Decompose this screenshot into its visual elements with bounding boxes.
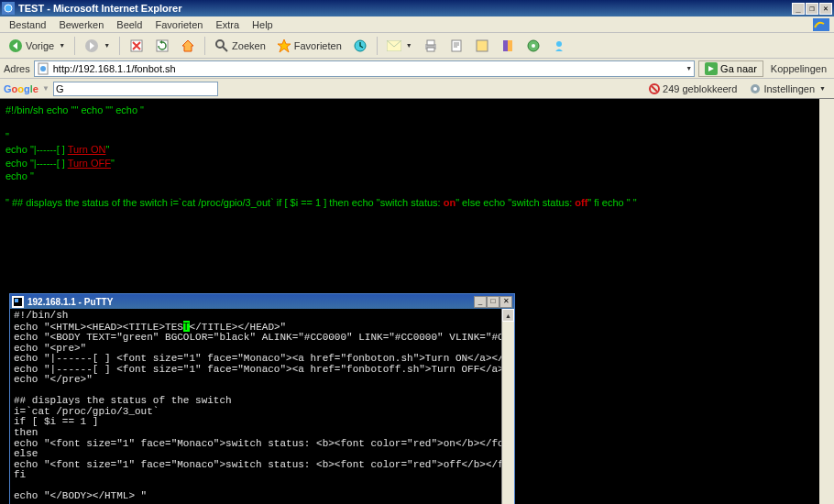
- restore-button[interactable]: ❐: [806, 3, 818, 15]
- menu-favorieten[interactable]: Favorieten: [149, 18, 208, 31]
- separator: [204, 37, 205, 55]
- blocked-icon: [649, 83, 660, 94]
- putty-maximize-button[interactable]: □: [487, 296, 499, 308]
- google-dropdown-icon[interactable]: ▼: [42, 84, 49, 93]
- google-search-input[interactable]: [53, 82, 218, 96]
- refresh-button[interactable]: [150, 36, 174, 56]
- separator: [377, 37, 378, 55]
- menu-beeld[interactable]: Beeld: [111, 18, 148, 31]
- edit-icon: [449, 38, 464, 53]
- edit-button[interactable]: [444, 36, 468, 56]
- url-input[interactable]: [49, 63, 684, 74]
- stop-button[interactable]: [125, 36, 148, 56]
- separator: [119, 37, 120, 55]
- forward-button[interactable]: ▼: [80, 36, 115, 56]
- page-pre-text: #!/bin/sh echo "" echo "" echo " " echo …: [0, 99, 819, 215]
- putty-title-text: 192.168.1.1 - PuTTY: [27, 297, 474, 307]
- google-logo[interactable]: Google: [4, 83, 38, 94]
- search-button[interactable]: Zoeken: [210, 36, 270, 56]
- svg-point-6: [216, 40, 224, 48]
- mail-icon: [387, 38, 401, 53]
- go-button[interactable]: Ga naar: [698, 60, 763, 77]
- forward-icon: [84, 38, 99, 53]
- svg-rect-10: [427, 40, 434, 45]
- links-button[interactable]: Koppelingen: [767, 63, 830, 74]
- url-field-container: ▼: [34, 60, 695, 77]
- svg-point-17: [532, 44, 535, 48]
- scroll-up-button[interactable]: ▲: [502, 309, 514, 322]
- favorites-button[interactable]: Favorieten: [272, 36, 346, 56]
- home-button[interactable]: [176, 36, 200, 56]
- svg-rect-15: [508, 40, 512, 51]
- back-button[interactable]: Vorige ▼: [4, 36, 70, 56]
- turn-off-link[interactable]: Turn OFF: [68, 158, 111, 169]
- page-icon: [37, 62, 49, 75]
- history-icon: [353, 38, 368, 53]
- svg-rect-12: [452, 40, 461, 51]
- svg-rect-11: [427, 48, 434, 51]
- messenger-icon: [552, 38, 566, 53]
- home-icon: [181, 38, 195, 53]
- putty-window: 192.168.1.1 - PuTTY _ □ ✕ #!/bin/sh echo…: [9, 293, 515, 504]
- svg-point-0: [5, 5, 12, 12]
- popup-blocked-button[interactable]: 249 geblokkeerd: [644, 83, 741, 94]
- search-icon: [214, 38, 229, 53]
- separator: [74, 37, 75, 55]
- putty-minimize-button[interactable]: _: [474, 296, 487, 308]
- window-title: TEST - Microsoft Internet Explorer: [18, 3, 792, 14]
- mail-button[interactable]: ▼: [382, 36, 417, 56]
- star-icon: [277, 38, 291, 53]
- google-settings-button[interactable]: Instellingen ▼: [745, 83, 830, 94]
- menu-bewerken[interactable]: Bewerken: [53, 18, 109, 31]
- refresh-icon: [155, 38, 170, 53]
- ie-icon: [2, 2, 15, 15]
- menu-extra[interactable]: Extra: [210, 18, 245, 31]
- svg-point-18: [556, 41, 562, 47]
- putty-close-button[interactable]: ✕: [499, 296, 512, 308]
- misc-button-1[interactable]: [521, 36, 545, 56]
- putty-scrollbar[interactable]: ▲ ▼: [501, 309, 514, 504]
- menu-help[interactable]: Help: [247, 18, 279, 31]
- address-label: Adres: [4, 63, 30, 74]
- research-button[interactable]: [496, 36, 520, 56]
- nav-toolbar: Vorige ▼ ▼ Zoeken Favorieten ▼: [0, 33, 834, 59]
- history-button[interactable]: [348, 36, 372, 56]
- gear-icon: [526, 38, 541, 53]
- turn-on-link[interactable]: Turn ON: [68, 144, 106, 155]
- svg-rect-26: [15, 299, 18, 302]
- print-icon: [423, 38, 438, 53]
- putty-icon: [12, 296, 24, 308]
- putty-terminal-text[interactable]: #!/bin/sh echo "<HTML><HEAD><TITLE>TEST<…: [10, 309, 501, 504]
- close-button[interactable]: ✕: [819, 3, 832, 15]
- url-dropdown-icon[interactable]: ▼: [686, 65, 692, 71]
- discuss-icon: [475, 38, 489, 53]
- go-icon: [705, 62, 718, 75]
- discuss-button[interactable]: [470, 36, 494, 56]
- menu-bestand[interactable]: Bestand: [4, 18, 51, 31]
- back-icon: [8, 38, 23, 53]
- forward-dropdown-icon: ▼: [104, 42, 110, 49]
- minimize-button[interactable]: _: [792, 3, 805, 15]
- putty-titlebar[interactable]: 192.168.1.1 - PuTTY _ □ ✕: [10, 294, 514, 309]
- stop-icon: [129, 38, 144, 53]
- svg-point-20: [40, 66, 46, 71]
- address-bar: Adres ▼ Ga naar Koppelingen: [0, 59, 834, 79]
- svg-point-24: [753, 87, 757, 91]
- menu-bar: Bestand Bewerken Beeld Favorieten Extra …: [0, 16, 834, 33]
- google-toolbar: Google ▼ 249 geblokkeerd Instellingen ▼: [0, 79, 834, 99]
- svg-rect-13: [477, 40, 488, 51]
- back-dropdown-icon: ▼: [59, 42, 65, 49]
- settings-icon: [750, 83, 761, 94]
- messenger-button[interactable]: [547, 36, 571, 56]
- book-icon: [500, 38, 515, 53]
- svg-rect-14: [503, 40, 508, 51]
- page-content-area: #!/bin/sh echo "" echo "" echo " " echo …: [0, 99, 834, 504]
- ie-logo-icon: [810, 16, 832, 33]
- print-button[interactable]: [419, 36, 443, 56]
- ie-titlebar: TEST - Microsoft Internet Explorer _ ❐ ✕: [0, 0, 834, 16]
